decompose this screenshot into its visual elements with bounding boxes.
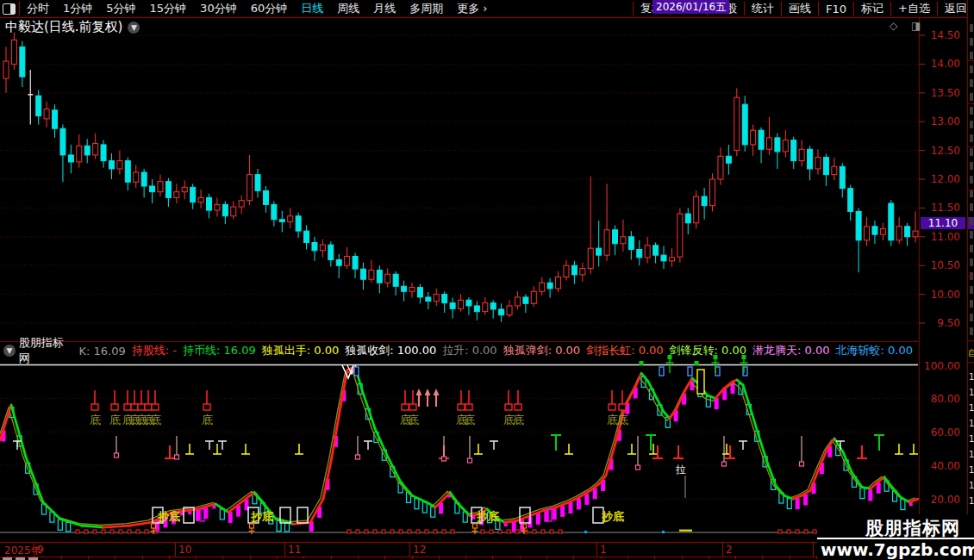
title-row: 中毅达(日线.前复权) ▼ [5,19,140,35]
zero-square [490,530,493,533]
action-button[interactable]: 统计 [745,1,781,16]
minor-tick [115,556,116,559]
candle-body [685,214,690,223]
cash-line [743,385,750,407]
candle-body [880,228,885,234]
period-tab[interactable]: 月线 [366,1,403,16]
period-tab[interactable]: 1分钟 [56,1,99,16]
candle-body [304,231,309,242]
clipped-digit: 1 [969,372,974,382]
candle-body [255,175,260,191]
period-tab[interactable]: 30分钟 [193,1,244,16]
orange-cross-marker [250,524,254,528]
candle-body [872,227,877,234]
candle-body [93,144,98,155]
watermark: 股朋指标网 www.7gpzb.com [817,514,974,560]
chevron-down-icon[interactable]: ▼ [128,22,140,34]
candle-body [198,197,203,202]
clipped-digit: 1 [969,496,974,506]
candle-body [312,242,317,250]
month-label: 10 [178,544,191,556]
sub-dot [188,511,191,514]
zero-square [373,530,377,533]
clipped-glyph [970,24,973,32]
hold-line [103,526,129,527]
clipped-digit: 1 [969,465,974,475]
action-button[interactable]: +自选 [891,1,937,16]
candle-body [490,303,496,309]
clipped-digit: 1 [969,388,974,397]
chart-canvas[interactable]: 底底底底底底底底底底底底底底底底拉抄底抄底抄底抄底 [0,0,974,560]
di-label: 底 [202,414,213,426]
clipped-glyph [970,245,973,252]
right-edge-strip[interactable]: 自 111111111 [967,0,974,560]
sub-bar-up [196,510,200,521]
blue-flag-marker [659,367,664,376]
candle-body [515,297,520,306]
collapse-chevron-icon[interactable]: ▼ [3,345,16,357]
candle-body [353,257,358,270]
clipped-glyph [970,203,973,211]
period-tab[interactable]: 多周期 [403,1,450,16]
price-axis-label: 12.00 [921,173,960,185]
zero-square [145,530,148,533]
dropper-marker [636,465,640,470]
period-tab[interactable]: 15分钟 [143,1,194,16]
dropper-marker [175,455,179,459]
cash-line [82,526,103,527]
zero-square [481,530,484,533]
minor-tick [735,556,736,559]
action-button[interactable]: F10 [819,3,853,16]
period-tab[interactable]: 更多 › [450,1,494,16]
zero-square [442,530,446,533]
cash-line [11,405,26,457]
candle-body [840,166,845,188]
minor-tick [709,556,709,559]
clipped-glyph [970,107,973,115]
clipped-digit: 1 [969,450,974,459]
indicator-values: K: 16.09持股线: -持币线: 16.09独孤出手: 0.00独孤收剑: … [79,343,919,358]
strip-divider [968,340,974,341]
minor-tick [762,556,763,559]
price-axis-label: 9.50 [921,317,960,329]
strip-partial-char: 自 [968,347,974,359]
candle-body [53,110,58,128]
window-panel-icon[interactable] [3,3,16,15]
period-tab[interactable]: 60分钟 [244,1,295,16]
action-button[interactable]: 画线 [782,1,818,16]
zero-square [119,530,122,533]
month-divider [596,543,597,557]
di-label: 底 [408,414,419,426]
month-label: 12 [413,544,426,556]
hold-line [606,440,616,476]
candle-body [134,172,139,182]
candle-body [742,104,747,145]
action-button[interactable]: 标记 [854,1,890,16]
clipped-glyph [970,286,973,294]
candle-body [288,216,293,222]
minor-tick [384,556,385,559]
chaodi-label: 抄底 [157,510,180,523]
candle-body [775,138,780,152]
cash-line [26,457,43,502]
clipped-digit: 1 [969,419,974,428]
red-T-marker [138,404,145,410]
period-tab[interactable]: 周线 [330,1,366,16]
period-tab[interactable]: 5分钟 [99,1,142,16]
candle-body [702,196,707,206]
period-tab[interactable]: 日线 [294,1,330,16]
chart-corner-icons[interactable]: ◇ ◨ [890,20,926,32]
minor-tick [331,556,332,559]
zero-square [128,530,131,533]
candle-body [791,140,796,161]
candle-body [483,303,488,312]
price-axis-label: 14.00 [921,58,960,70]
red-T-marker [458,404,465,410]
candle-body [3,61,9,78]
magenta-sliver [548,509,552,521]
indicator-field: 持股线: - [132,343,177,358]
sub-axis-label: 40.00 [921,460,960,472]
clipped-glyph [970,190,973,197]
zero-square [356,530,359,533]
period-tab[interactable]: 分时 [20,1,56,16]
